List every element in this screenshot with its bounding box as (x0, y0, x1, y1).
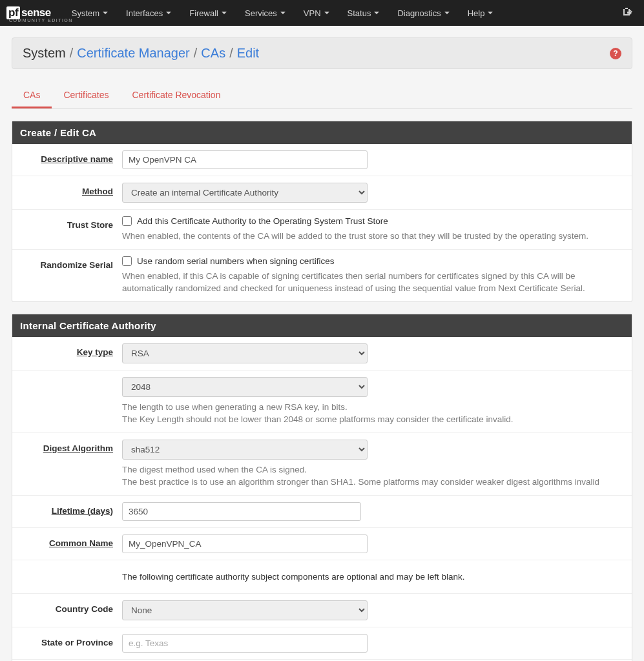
label-descriptive-name: Descriptive name (19, 150, 122, 164)
caret-icon (374, 12, 379, 14)
logo[interactable]: pf sense COMMUNITY EDITION (6, 6, 51, 19)
key-length-select[interactable]: 2048 (122, 377, 368, 397)
panel-header: Create / Edit CA (12, 121, 632, 144)
lifetime-input[interactable] (122, 502, 361, 521)
breadcrumb: System / Certificate Manager / CAs / Edi… (12, 37, 632, 69)
digest-algorithm-select[interactable]: sha512 (122, 440, 368, 460)
nav-vpn[interactable]: VPN (295, 0, 338, 26)
caret-icon (222, 12, 227, 14)
key-type-select[interactable]: RSA (122, 343, 368, 363)
digest-help1: The digest method used when the CA is si… (122, 463, 625, 476)
trust-store-help: When enabled, the contents of the CA wil… (122, 230, 625, 243)
label-method: Method (19, 183, 122, 196)
breadcrumb-separator: / (194, 46, 198, 61)
tab-cert-revocation[interactable]: Certificate Revocation (120, 83, 232, 108)
breadcrumb-cas[interactable]: CAs (201, 46, 225, 61)
digest-help2: The best practice is to use an algorithm… (122, 476, 625, 489)
tab-certificates[interactable]: Certificates (52, 83, 120, 108)
key-length-help1: The length to use when generating a new … (122, 401, 625, 414)
breadcrumb-separator: / (229, 46, 233, 61)
optional-note: The following certificate authority subj… (122, 567, 625, 587)
randomize-serial-checkbox[interactable] (122, 256, 132, 266)
tab-cas[interactable]: CAs (12, 83, 52, 108)
label-lifetime: Lifetime (days) (19, 502, 122, 516)
panel-internal-ca: Internal Certificate Authority Key type … (12, 314, 632, 661)
label-key-type: Key type (19, 343, 122, 357)
nav-services[interactable]: Services (236, 0, 295, 26)
main-navbar: pf sense COMMUNITY EDITION System Interf… (0, 0, 644, 26)
logo-pf: pf (6, 6, 20, 19)
method-select[interactable]: Create an internal Certificate Authority (122, 183, 368, 203)
label-trust-store: Trust Store (19, 216, 122, 230)
label-state: State or Province (19, 634, 122, 647)
logout-icon[interactable] (617, 6, 638, 19)
nav-firewall[interactable]: Firewall (180, 0, 236, 26)
breadcrumb-edit[interactable]: Edit (237, 46, 259, 61)
logo-edition: COMMUNITY EDITION (9, 18, 73, 23)
trust-store-checkbox[interactable] (122, 216, 132, 226)
randomize-serial-check-label: Use random serial numbers when signing c… (137, 256, 334, 266)
breadcrumb-separator: / (70, 46, 74, 61)
nav-status[interactable]: Status (338, 0, 389, 26)
panel-create-edit-ca: Create / Edit CA Descriptive name Method… (12, 121, 632, 302)
randomize-serial-help: When enabled, if this CA is capable of s… (122, 270, 625, 295)
label-common-name: Common Name (19, 534, 122, 548)
breadcrumb-root: System (23, 46, 66, 61)
key-length-help2: The Key Length should not be lower than … (122, 413, 625, 426)
label-key-length (19, 377, 122, 381)
caret-icon (166, 12, 171, 14)
descriptive-name-input[interactable] (122, 150, 368, 169)
nav-interfaces[interactable]: Interfaces (117, 0, 180, 26)
nav-help[interactable]: Help (459, 0, 503, 26)
caret-icon (324, 12, 329, 14)
nav-items: System Interfaces Firewall Services VPN … (63, 0, 617, 26)
caret-icon (280, 12, 286, 14)
label-country-code: Country Code (19, 600, 122, 614)
label-randomize-serial: Randomize Serial (19, 256, 122, 270)
help-icon[interactable]: ? (610, 48, 621, 59)
panel-header: Internal Certificate Authority (12, 314, 632, 337)
state-input[interactable] (122, 634, 368, 653)
common-name-input[interactable] (122, 534, 368, 553)
nav-diagnostics[interactable]: Diagnostics (388, 0, 458, 26)
caret-icon (103, 12, 108, 14)
caret-icon (488, 12, 493, 14)
label-digest-algorithm: Digest Algorithm (19, 440, 122, 453)
caret-icon (444, 12, 450, 14)
country-code-select[interactable]: None (122, 600, 368, 620)
breadcrumb-cert-manager[interactable]: Certificate Manager (77, 46, 190, 61)
tabs: CAs Certificates Certificate Revocation (12, 83, 632, 109)
trust-store-check-label: Add this Certificate Authority to the Op… (137, 216, 388, 226)
logo-sense: sense (21, 6, 51, 19)
